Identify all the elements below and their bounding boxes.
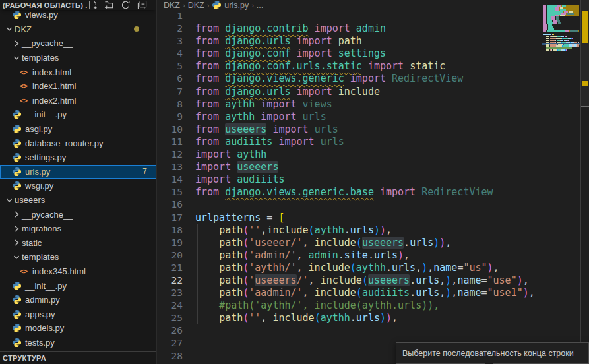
minimap-code-bar — [551, 16, 555, 18]
code-area[interactable]: 12from django.contrib import admin3from … — [158, 10, 540, 363]
tree-item-index-html[interactable]: <>index.html — [0, 65, 156, 79]
tree-item-wsgi-py[interactable]: wsgi.py — [0, 179, 156, 193]
minimap-code-bar — [552, 34, 553, 35]
python-icon — [12, 10, 22, 20]
code-line[interactable]: 22 path('useeers/', include(useeers.urls… — [158, 274, 540, 287]
code-line[interactable]: 26 — [158, 324, 540, 337]
tree-item-index1-html[interactable]: <>index1.html — [0, 79, 156, 94]
python-icon — [12, 338, 22, 348]
code-line[interactable]: 1 — [158, 10, 540, 22]
code-line[interactable]: 25 path('', include(aythh.urls)), — [158, 312, 540, 324]
code-line[interactable]: 2from django.contrib import admin — [158, 22, 540, 35]
code-line[interactable]: 18 path('',include(aythh.urls)), — [158, 224, 540, 237]
code-line[interactable]: 14import audiiits — [158, 173, 540, 186]
tree-item-tests-py[interactable]: tests.py — [0, 336, 156, 350]
code-line[interactable]: 4from django.conf import settings — [158, 47, 540, 60]
code-line[interactable]: 15from django.views.generic.base import … — [158, 186, 540, 198]
minimap-code-bar — [567, 13, 575, 15]
code-line[interactable]: 13import useeers — [158, 161, 540, 173]
code-line[interactable]: 8from aythh import views — [158, 98, 540, 111]
code-line[interactable]: 12import aythh — [158, 148, 540, 161]
breadcrumb-segment[interactable]: DKZ — [188, 1, 204, 10]
tree-item-label: index.html — [32, 67, 71, 77]
code-line[interactable]: 21 path('aythh/', include(aythh.urls,),n… — [158, 262, 540, 274]
minimap-code-bar — [543, 13, 546, 15]
overview-ruler-scrollbar[interactable] — [580, 0, 589, 364]
minimap-code-bar — [555, 9, 559, 11]
tree-item-index2-html[interactable]: <>index2.html — [0, 94, 156, 108]
minimap-code-bar — [568, 40, 569, 41]
tree-item--pycache-[interactable]: __pycache__ — [0, 36, 156, 51]
statusbar-tooltip: Выберите последовательность конца строки — [396, 342, 589, 364]
minimap-code-bar — [543, 24, 547, 26]
line-number: 3 — [158, 35, 183, 47]
collapse-all-icon[interactable] — [137, 0, 147, 11]
code-line[interactable]: 7from django.urls import include — [158, 86, 540, 98]
line-number: 21 — [158, 262, 183, 274]
outline-section-header[interactable]: СТРУКТУРА — [0, 351, 156, 364]
breadcrumb-separator-icon: › — [206, 1, 210, 9]
minimap-code-bar — [543, 5, 546, 7]
chevron-right-icon — [12, 224, 21, 233]
line-number: 12 — [158, 148, 183, 161]
code-line[interactable]: 23 path('aadmin/', include(audiiits.urls… — [158, 287, 540, 299]
tree-item-static[interactable]: static — [0, 236, 156, 251]
breadcrumb-segment[interactable]: ... — [257, 1, 263, 10]
html-icon: <> — [20, 97, 28, 104]
breadcrumb-segment[interactable]: DKZ — [164, 1, 180, 10]
tree-item-urls-py[interactable]: urls.py7 — [0, 165, 156, 179]
minimap-code-bar — [550, 46, 557, 47]
code-line[interactable]: 20 path('admin/', admin.site.urls), — [158, 249, 540, 262]
tree-item-templates[interactable]: templates — [0, 250, 156, 264]
tree-item--init-py[interactable]: __init__.py — [0, 278, 156, 293]
code-line[interactable]: 10from useeers import urls — [158, 123, 540, 136]
tree-item-admin-py[interactable]: admin.py — [0, 293, 156, 307]
line-number: 26 — [158, 324, 183, 337]
minimap-code-bar — [553, 34, 554, 35]
minimap-code-bar — [543, 26, 547, 28]
minimap[interactable] — [542, 0, 580, 364]
code-line[interactable]: 6from django.views.generic import Redire… — [158, 73, 540, 85]
breadcrumb-segment[interactable]: urls.py — [212, 0, 249, 10]
line-number: 11 — [158, 136, 183, 148]
code-line[interactable]: 9from aythh import urls — [158, 111, 540, 123]
code-line[interactable]: 5from django.conf.urls.static import sta… — [158, 60, 540, 73]
new-file-icon[interactable] — [87, 0, 98, 11]
code-line[interactable]: 24 #path('aythh/', include(aythh.urls)), — [158, 299, 540, 312]
code-line[interactable]: 17urlpatterns = [ — [158, 212, 540, 224]
tooltip-text: Выберите последовательность конца строки — [402, 349, 574, 358]
minimap-code-bar — [558, 44, 563, 45]
tree-item-database-roouter-py[interactable]: database_roouter.py — [0, 136, 156, 150]
minimap-code-bar — [560, 7, 563, 9]
tree-item-asgi-py[interactable]: asgi.py — [0, 122, 156, 136]
minimap-code-bar — [548, 26, 553, 28]
tree-item-templates[interactable]: templates — [0, 51, 156, 65]
code-line[interactable]: 19 path('useeer/', include(useeers.urls)… — [158, 237, 540, 249]
python-icon — [12, 138, 22, 148]
tree-item-migrations[interactable]: migrations — [0, 222, 156, 236]
minimap-code-bar — [552, 36, 557, 37]
tree-item-useeers[interactable]: useeers — [0, 193, 156, 208]
minimap-code-bar — [555, 42, 556, 43]
code-line[interactable]: 3from django.urls import path — [158, 35, 540, 47]
refresh-icon[interactable] — [120, 0, 131, 11]
minimap-code-bar — [543, 20, 546, 22]
tree-item-settings-py[interactable]: settings.py — [0, 150, 156, 165]
chevron-down-icon — [5, 24, 14, 34]
code-line[interactable]: 11from audiiits import urls — [158, 136, 540, 148]
tree-item--init-py[interactable]: __init__.py — [0, 107, 156, 122]
minimap-code-bar — [570, 30, 578, 32]
new-folder-icon[interactable] — [104, 0, 114, 11]
line-number: 16 — [158, 198, 183, 211]
tree-item-label: templates — [22, 53, 59, 63]
tree-item-apps-py[interactable]: apps.py — [0, 307, 156, 321]
minimap-code-bar — [556, 16, 559, 18]
tree-item-dkz[interactable]: DKZ — [0, 22, 156, 37]
code-line[interactable]: 16 — [158, 198, 540, 211]
tree-item-models-py[interactable]: models.py — [0, 321, 156, 336]
tree-item-index345-html[interactable]: <>index345.html — [0, 264, 156, 279]
tree-item-label: database_roouter.py — [25, 138, 104, 148]
explorer-section-header[interactable]: (РАБОЧАЯ ОБЛАСТЬ) ... — [0, 0, 156, 10]
python-icon — [12, 124, 22, 134]
tree-item--pycache-[interactable]: __pycache__ — [0, 207, 156, 222]
